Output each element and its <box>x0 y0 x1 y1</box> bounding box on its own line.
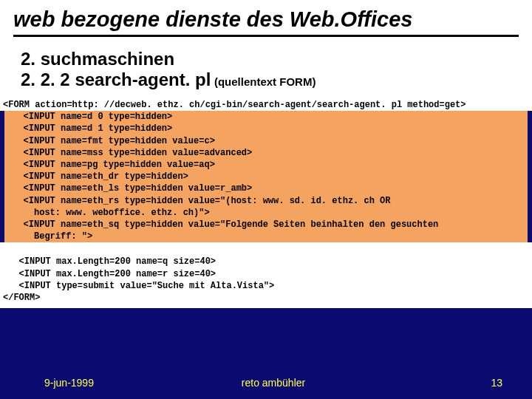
code-line: <INPUT max.Length=200 name=q size=40> <box>3 256 216 267</box>
footer-page: 13 <box>349 377 502 389</box>
code-line: host: www. weboffice. ethz. ch)"> <box>7 208 210 218</box>
section-heading-2-row: 2. 2. 2 search-agent. pl (quellentext FO… <box>21 69 517 90</box>
footer-date: 9-jun-1999 <box>44 377 197 389</box>
code-line: <INPUT name=eth_rs type=hidden value="(h… <box>7 196 390 206</box>
slide-title: web bezogene dienste des Web.Offices <box>13 7 519 32</box>
code-line: <INPUT name=fmt type=hidden value=c> <box>7 136 215 146</box>
code-line: <FORM action=http: //decweb. ethz. ch/cg… <box>3 100 466 110</box>
code-line: <INPUT name=eth_dr type=hidden> <box>7 171 188 182</box>
code-block-top: <FORM action=http: //decweb. ethz. ch/cg… <box>0 98 532 111</box>
footer-author: reto ambühler <box>197 377 350 389</box>
code-line: <INPUT name=d 0 type=hidden> <box>7 112 172 122</box>
footer: 9-jun-1999 reto ambühler 13 <box>0 366 532 399</box>
code-block-highlight: <INPUT name=d 0 type=hidden> <INPUT name… <box>4 111 528 242</box>
title-rule <box>13 35 519 37</box>
section-heading-2: 2. 2. 2 search-agent. pl <box>21 69 211 89</box>
code-line: <INPUT name=eth_ls type=hidden value=r_a… <box>7 183 252 194</box>
code-line: <INPUT max.Length=200 name=r size=40> <box>3 269 216 279</box>
section-heading-1: 2. suchmaschinen <box>21 49 517 69</box>
code-line: <INPUT name=pg type=hidden value=aq> <box>7 160 215 170</box>
code-block-bottom: <INPUT max.Length=200 name=q size=40> <I… <box>0 242 532 308</box>
code-line: <INPUT name=eth_sq type=hidden value="Fo… <box>7 219 438 230</box>
title-bar: web bezogene dienste des Web.Offices <box>0 0 532 41</box>
section-heading-2-note: (quellentext FORM) <box>214 75 316 88</box>
code-line: <INPUT name=mss type=hidden value=advanc… <box>7 148 252 158</box>
code-line: </FORM> <box>3 293 40 303</box>
code-line: <INPUT type=submit value="Suche mit Alta… <box>3 281 274 291</box>
code-line: Begriff: "> <box>7 231 92 242</box>
subheader: 2. suchmaschinen 2. 2. 2 search-agent. p… <box>0 41 532 98</box>
code-line: <INPUT name=d 1 type=hidden> <box>7 123 172 134</box>
